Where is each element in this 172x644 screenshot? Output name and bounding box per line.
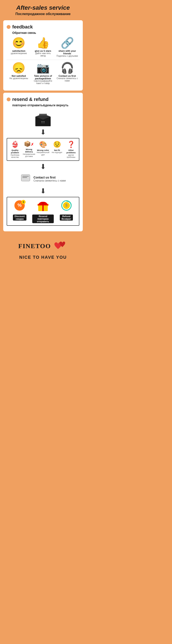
orange-dot-2 (7, 98, 10, 101)
discount-item: % $ Discountскидка (9, 200, 30, 223)
box-icon: ↑↑ (33, 110, 53, 127)
other-problems-item: ❓ Other problems другие проблемы (64, 140, 78, 158)
tagline: NICE TO HAVE YOU (2, 255, 84, 260)
header: After-sales service Послепродажное обслу… (0, 0, 86, 18)
hearts-icon (53, 240, 68, 252)
feedback-title-row: feedback (7, 24, 79, 30)
wrong-color-item: 🎨 Wrong color Неправильный цвет (36, 140, 50, 158)
resend-title-row: resend & refund (7, 96, 79, 102)
refund-item: $ RefundВозврат (56, 200, 77, 223)
discount-label: Discountскидка (13, 214, 26, 220)
problems-container: 👙 Quality problem Проблема качества 📦✗ W… (7, 138, 79, 161)
five-stars-item: 👍 give us 5 stars Дайте нам пять звезд (32, 38, 54, 57)
page-title: After-sales service (2, 4, 84, 11)
discount-icon: % $ (13, 200, 26, 211)
refund-icon: $ (60, 200, 73, 211)
page-subtitle: Послепродажное обслуживание (2, 12, 84, 16)
contact-label-ru: Сначала свяжитесь с нами (34, 179, 66, 182)
not-fit-item: 😟 Not fit Не подходит (50, 140, 64, 158)
svg-text:$: $ (23, 201, 24, 203)
arrow-down-2: ⬇ (7, 162, 79, 171)
svg-rect-5 (22, 176, 29, 176)
contact-text: Contact us first Сначала свяжитесь с нам… (34, 176, 66, 182)
wrong-delivery-item: 📦✗ Wrong delivery Неправильная доставка (22, 140, 36, 158)
svg-text:%: % (18, 202, 22, 208)
footer-brand: FINETOO NICE TO HAVE YOU (0, 234, 86, 265)
satisfied-grid: 😊 satisfaction удовлетворение 👍 give us … (7, 38, 79, 57)
svg-text:↑↑: ↑↑ (41, 120, 45, 124)
contact-label-en: Contact us first (34, 176, 66, 179)
brand-name: FINETOO (18, 242, 51, 250)
resend-label: Resendповторно отправить (32, 214, 54, 223)
brand-row: FINETOO (2, 240, 84, 252)
satisfaction-item: 😊 satisfaction удовлетворение (8, 38, 29, 57)
feedback-card: feedback Обратная связь 😊 satisfaction у… (3, 20, 83, 90)
svg-rect-6 (22, 177, 27, 178)
quality-problem-item: 👙 Quality problem Проблема качества (8, 140, 22, 158)
message-icon (20, 172, 31, 183)
box-icon-area: ↑↑ (7, 110, 79, 127)
gift-icon (37, 200, 49, 211)
svg-text:$: $ (65, 203, 68, 208)
contact-row: Contact us first Сначала свяжитесь с нам… (7, 172, 79, 185)
arrow-down-1: ⬇ (7, 128, 79, 136)
refund-label: RefundВозврат (60, 214, 73, 220)
orange-dot (7, 25, 10, 29)
resend-card: resend & refund повторно отправить&деньг… (3, 93, 83, 231)
arrow-down-3: ⬇ (7, 187, 79, 195)
share-item: 🔗 share with your friends Поделись с дру… (57, 38, 78, 57)
resend-solution-item: Resendповторно отправить (32, 200, 54, 223)
divider (7, 60, 79, 60)
not-satisfied-item: 😞 Not satisfied Не удовлетворены (8, 62, 29, 84)
contact-icon (20, 172, 31, 185)
take-pictures-item: 📷 Take pictures of package&item Сфотогра… (32, 62, 54, 84)
resend-title-en: resend & refund (12, 96, 49, 102)
feedback-title-en: feedback (12, 24, 33, 30)
resend-title-ru: повторно отправить&деньги вернуть (12, 104, 79, 107)
svg-point-18 (42, 203, 44, 204)
solutions-container: % $ Discountскидка (7, 197, 79, 226)
contact-first-item: 🎧 Contact us first Сначала свяжитесь с н… (57, 62, 78, 84)
problems-row: 👙 Quality problem Проблема качества 📦✗ W… (8, 140, 78, 158)
svg-rect-2 (39, 114, 47, 115)
feedback-title-ru: Обратная связь (12, 31, 79, 34)
page-wrapper: After-sales service Послепродажное обслу… (0, 0, 86, 265)
solutions-row: % $ Discountскидка (8, 200, 78, 223)
unsatisfied-grid: 😞 Not satisfied Не удовлетворены 📷 Take … (7, 62, 79, 84)
